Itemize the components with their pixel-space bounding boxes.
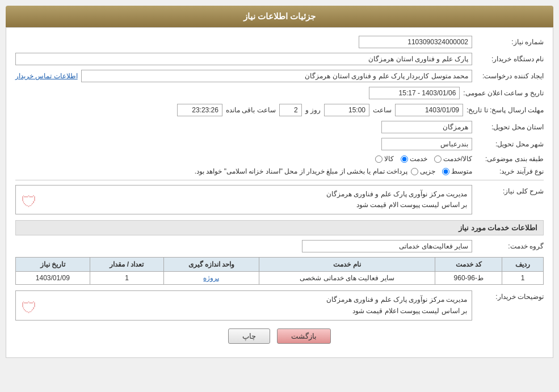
buttons-row: بازگشت چاپ	[15, 328, 544, 349]
province-label: استان محل تحویل:	[476, 123, 544, 131]
table-row: 1 ط-96-960 سایر فعالیت های خدماتی شخصی پ…	[16, 272, 544, 285]
buyer-notes-content: مدیریت مرکز نوآوری پارک علم و فناوری هرم…	[15, 290, 472, 320]
print-button[interactable]: چاپ	[228, 328, 270, 344]
purchase-jozee-item: جزیی	[411, 167, 435, 175]
reply-deadline-row: مهلت ارسال پاسخ: تا تاریخ: 1403/01/09 سا…	[15, 104, 544, 116]
description-line2: بر اساس لیست پیوست الام قیمت شود	[356, 201, 467, 209]
category-khadamat-radio[interactable]	[401, 155, 408, 163]
category-khadamat-item: خدمت	[401, 155, 427, 163]
services-section-header: اطلاعات خدمات مورد نیاز	[15, 220, 544, 235]
days-label: روز و	[305, 106, 321, 114]
col-header-name: نام خدمت	[259, 258, 435, 272]
description-section: شرح کلی نیاز: مدیریت مرکز نوآوری پارک عل…	[15, 185, 544, 214]
services-table: ردیف کد خدمت نام خدمت واحد اندازه گیری ت…	[15, 257, 544, 285]
purchase-motawaset-radio[interactable]	[442, 168, 449, 175]
purchase-motawaset-label: متوسط	[451, 167, 472, 175]
reply-date-value: 1403/01/09	[395, 104, 463, 116]
reply-time-value: 15:00	[324, 104, 369, 116]
service-group-row: گروه خدمت: سایر فعالیت‌های خدماتی	[15, 240, 544, 252]
creator-label: ایجاد کننده درخواست:	[476, 72, 544, 80]
buyer-notes-line1: مدیریت مرکز نوآوری پارک علم و فناوری هرم…	[326, 296, 467, 304]
description-content: مدیریت مرکز نوآوری پارک علم و فناوری هرم…	[15, 185, 472, 214]
reply-time-label: ساعت	[373, 106, 392, 114]
cell-unit[interactable]: پروژه	[164, 272, 259, 285]
watermark-icon: 🛡	[21, 192, 37, 211]
category-row: طبقه بندی موضوعی: کالا خدمت کالا/خدمت	[15, 155, 544, 163]
buyer-notes-line2: بر اساس لیست پیوست اعلام قیمت شود	[352, 307, 467, 315]
city-value: بندرعباس	[381, 138, 472, 150]
need-number-value: 1103090324000002	[359, 36, 472, 48]
creator-value: محمد متوسل کاربردار پارک علم و فناوری اس…	[81, 70, 472, 82]
cell-name: سایر فعالیت های خدماتی شخصی	[259, 272, 435, 285]
creator-row: ایجاد کننده درخواست: محمد متوسل کاربردار…	[15, 70, 544, 82]
announcement-date-value: 1403/01/06 - 15:17	[369, 87, 460, 99]
service-group-value: سایر فعالیت‌های خدماتی	[302, 240, 472, 252]
reply-deadline-label: مهلت ارسال پاسخ: تا تاریخ:	[466, 106, 544, 114]
category-kala-khadamat-label: کالا/خدمت	[443, 155, 472, 163]
purchase-note: پرداخت تمام یا بخشی از مبلغ خریدار از مح…	[15, 167, 407, 175]
purchase-motawaset-item: متوسط	[442, 167, 472, 175]
buyer-org-row: نام دستگاه خریدار: پارک علم و فناوری است…	[15, 53, 544, 65]
purchase-jozee-label: جزیی	[420, 167, 435, 175]
buyer-org-value: پارک علم و فناوری استان هرمزگان	[15, 53, 472, 65]
buyer-notes-section: توضیحات خریدار: مدیریت مرکز نوآوری پارک …	[15, 290, 544, 320]
divider-1	[15, 180, 544, 180]
days-value: 2	[279, 104, 302, 116]
page-wrapper: جزئیات اطلاعات نیاز شماره نیاز: 11030903…	[0, 0, 559, 392]
cell-rownum: 1	[502, 272, 544, 285]
buyer-notes-label: توضیحات خریدار:	[476, 290, 544, 301]
category-label: طبقه بندی موضوعی:	[476, 155, 544, 163]
col-header-rownum: ردیف	[502, 258, 544, 272]
category-khadamat-label: خدمت	[410, 155, 427, 163]
remaining-value: 23:23:26	[177, 104, 222, 116]
category-kala-khadamat-radio[interactable]	[434, 155, 442, 163]
col-header-qty: تعداد / مقدار	[90, 258, 164, 272]
purchase-type-row: نوع فرآیند خرید: جزیی متوسط پرداخت تمام …	[15, 167, 544, 175]
service-group-label: گروه خدمت:	[476, 242, 544, 250]
category-kala-label: کالا	[384, 155, 394, 163]
category-kala-item: کالا	[375, 155, 394, 163]
category-kala-khadamat-item: کالا/خدمت	[434, 155, 472, 163]
purchase-jozee-radio[interactable]	[411, 168, 418, 175]
header-title: جزئیات اطلاعات نیاز	[243, 11, 316, 21]
province-row: استان محل تحویل: هرمزگان	[15, 121, 544, 133]
buyer-notes-watermark-icon: 🛡	[21, 298, 37, 317]
col-header-code: کد خدمت	[435, 258, 502, 272]
description-label: شرح کلی نیاز:	[476, 185, 544, 195]
need-number-label: شماره نیاز:	[476, 38, 544, 46]
announcement-date-row: تاریخ و ساعت اعلان عمومی: 1403/01/06 - 1…	[15, 87, 544, 99]
page-header: جزئیات اطلاعات نیاز	[6, 6, 553, 27]
buyer-org-label: نام دستگاه خریدار:	[476, 55, 544, 63]
col-header-unit: واحد اندازه گیری	[164, 258, 259, 272]
province-value: هرمزگان	[381, 121, 472, 133]
main-content: شماره نیاز: 1103090324000002 نام دستگاه …	[6, 27, 553, 358]
table-header-row: ردیف کد خدمت نام خدمت واحد اندازه گیری ت…	[16, 258, 544, 272]
announcement-date-label: تاریخ و ساعت اعلان عمومی:	[463, 89, 544, 97]
city-row: شهر محل تحویل: بندرعباس	[15, 138, 544, 150]
cell-code: ط-96-960	[435, 272, 502, 285]
category-kala-radio[interactable]	[375, 155, 383, 163]
remaining-label: ساعت باقی مانده	[226, 106, 276, 114]
contact-link[interactable]: اطلاعات تماس خریدار	[15, 72, 78, 80]
description-line1: مدیریت مرکز نوآوری پارک علم و فناوری هرم…	[326, 190, 467, 198]
col-header-date: تاریخ نیاز	[16, 258, 90, 272]
purchase-radio-group: جزیی متوسط	[411, 167, 472, 175]
back-button[interactable]: بازگشت	[277, 328, 331, 344]
description-text: مدیریت مرکز نوآوری پارک علم و فناوری هرم…	[15, 185, 472, 214]
category-radio-group: کالا خدمت کالا/خدمت	[375, 155, 472, 163]
cell-qty: 1	[90, 272, 164, 285]
need-number-row: شماره نیاز: 1103090324000002	[15, 36, 544, 48]
purchase-type-label: نوع فرآیند خرید:	[476, 167, 544, 175]
buyer-notes-text: مدیریت مرکز نوآوری پارک علم و فناوری هرم…	[15, 290, 472, 320]
cell-date: 1403/01/09	[16, 272, 90, 285]
city-label: شهر محل تحویل:	[476, 140, 544, 148]
